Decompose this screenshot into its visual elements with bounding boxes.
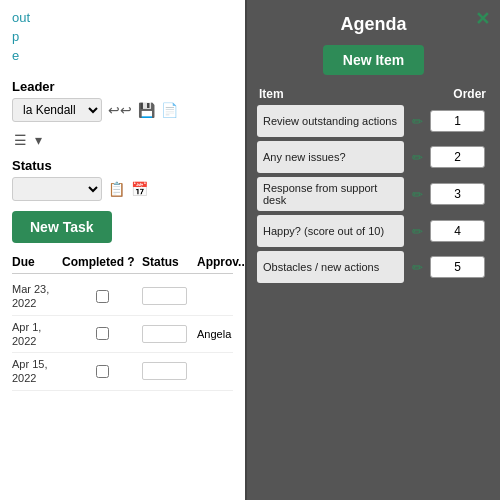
status-input-3[interactable] bbox=[142, 362, 187, 380]
status-cell-3 bbox=[142, 362, 197, 380]
status-icons: 📋 📅 bbox=[108, 181, 148, 197]
leader-label: Leader bbox=[12, 79, 233, 94]
completed-header: Completed ? bbox=[62, 255, 142, 269]
table-row: Mar 23, 2022 bbox=[12, 278, 233, 316]
edit-icon-4[interactable]: ✏ bbox=[407, 224, 427, 239]
agenda-row-2: Any new issues? ✏ bbox=[257, 141, 490, 173]
due-header: Due bbox=[12, 255, 62, 269]
list-icon[interactable]: ☰ bbox=[14, 132, 27, 148]
table-row: Apr 1, 2022 Angela bbox=[12, 316, 233, 354]
new-task-button[interactable]: New Task bbox=[12, 211, 112, 243]
pdf-icon[interactable]: 📄 bbox=[161, 102, 178, 118]
agenda-item-text-5: Obstacles / new actions bbox=[257, 251, 404, 283]
status-select[interactable] bbox=[12, 177, 102, 201]
save-icon[interactable]: 💾 bbox=[138, 102, 155, 118]
calendar-icon[interactable]: 📅 bbox=[131, 181, 148, 197]
status-label: Status bbox=[12, 158, 233, 173]
agenda-row-4: Happy? (score out of 10) ✏ bbox=[257, 215, 490, 247]
nav-link-e[interactable]: e bbox=[12, 48, 233, 63]
status-cell-1 bbox=[142, 287, 197, 305]
chevron-down-icon[interactable]: ▾ bbox=[35, 132, 42, 148]
completed-cell-2 bbox=[62, 327, 142, 340]
nav-links: out p e bbox=[12, 10, 233, 63]
nav-link-p[interactable]: p bbox=[12, 29, 233, 44]
agenda-table: Item Order Review outstanding actions ✏ … bbox=[257, 87, 490, 287]
order-column-header: Order bbox=[430, 87, 490, 101]
completed-checkbox-3[interactable] bbox=[96, 365, 109, 378]
new-item-button[interactable]: New Item bbox=[323, 45, 424, 75]
leader-select[interactable]: la Kendall bbox=[12, 98, 102, 122]
left-panel: out p e Leader la Kendall ↩↩ 💾 📄 ☰ ▾ Sta… bbox=[0, 0, 245, 500]
agenda-panel: ✕ Agenda New Item Item Order Review outs… bbox=[245, 0, 500, 500]
agenda-item-text-4: Happy? (score out of 10) bbox=[257, 215, 404, 247]
table-header: Due Completed ? Status Approv... bbox=[12, 255, 233, 274]
copy-icon[interactable]: 📋 bbox=[108, 181, 125, 197]
agenda-item-text-3: Response from support desk bbox=[257, 177, 404, 211]
close-button[interactable]: ✕ bbox=[475, 8, 490, 30]
leader-section: Leader la Kendall ↩↩ 💾 📄 bbox=[12, 79, 233, 122]
agenda-item-text-2: Any new issues? bbox=[257, 141, 404, 173]
order-input-2[interactable] bbox=[430, 146, 485, 168]
order-input-1[interactable] bbox=[430, 110, 485, 132]
status-input-2[interactable] bbox=[142, 325, 187, 343]
status-cell-2 bbox=[142, 325, 197, 343]
completed-checkbox-2[interactable] bbox=[96, 327, 109, 340]
status-section: Status 📋 📅 bbox=[12, 158, 233, 201]
status-header: Status bbox=[142, 255, 197, 269]
nav-link-out[interactable]: out bbox=[12, 10, 233, 25]
table-row: Apr 15, 2022 bbox=[12, 353, 233, 391]
order-input-3[interactable] bbox=[430, 183, 485, 205]
completed-checkbox-1[interactable] bbox=[96, 290, 109, 303]
agenda-row-1: Review outstanding actions ✏ bbox=[257, 105, 490, 137]
agenda-title: Agenda bbox=[257, 14, 490, 35]
leader-icons: ↩↩ 💾 📄 bbox=[108, 102, 178, 118]
toolbar: ☰ ▾ bbox=[12, 132, 233, 148]
agenda-table-header: Item Order bbox=[257, 87, 490, 101]
edit-icon-5[interactable]: ✏ bbox=[407, 260, 427, 275]
order-input-5[interactable] bbox=[430, 256, 485, 278]
agenda-item-text-1: Review outstanding actions bbox=[257, 105, 404, 137]
edit-icon-2[interactable]: ✏ bbox=[407, 150, 427, 165]
edit-icon-1[interactable]: ✏ bbox=[407, 114, 427, 129]
due-date-2: Apr 1, 2022 bbox=[12, 320, 62, 349]
completed-cell-1 bbox=[62, 290, 142, 303]
status-input-1[interactable] bbox=[142, 287, 187, 305]
due-date-1: Mar 23, 2022 bbox=[12, 282, 62, 311]
edit-icon-3[interactable]: ✏ bbox=[407, 187, 427, 202]
completed-cell-3 bbox=[62, 365, 142, 378]
item-column-header: Item bbox=[259, 87, 430, 101]
agenda-row-5: Obstacles / new actions ✏ bbox=[257, 251, 490, 283]
undo-icon[interactable]: ↩↩ bbox=[108, 102, 132, 118]
agenda-row-3: Response from support desk ✏ bbox=[257, 177, 490, 211]
due-date-3: Apr 15, 2022 bbox=[12, 357, 62, 386]
order-input-4[interactable] bbox=[430, 220, 485, 242]
